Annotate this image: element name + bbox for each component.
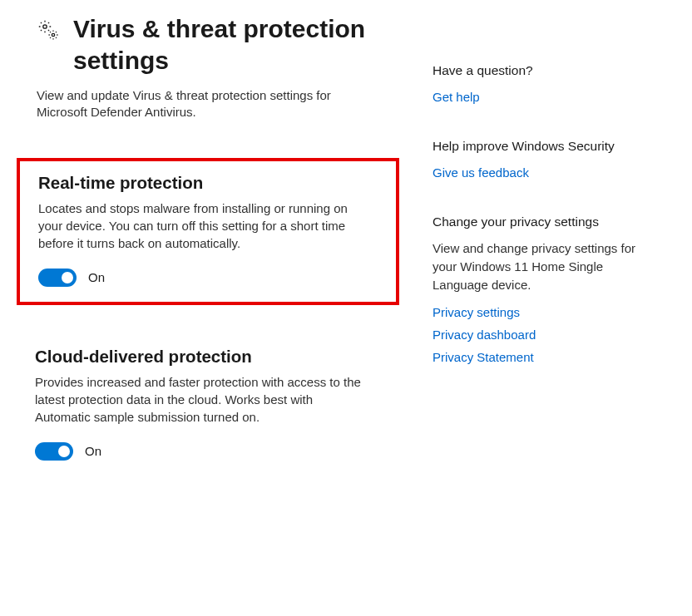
cloud-toggle[interactable] [35, 442, 73, 461]
privacy-dashboard-link[interactable]: Privacy dashboard [432, 328, 659, 342]
get-help-link[interactable]: Get help [432, 90, 659, 104]
svg-point-0 [43, 25, 47, 28]
cloud-title: Cloud-delivered protection [35, 347, 399, 367]
question-section: Have a question? Get help [432, 63, 659, 104]
gears-icon [37, 18, 60, 42]
realtime-title: Real-time protection [38, 173, 378, 193]
cloud-description: Provides increased and faster protection… [35, 373, 368, 426]
privacy-section: Change your privacy settings View and ch… [432, 214, 659, 364]
realtime-protection-section: Real-time protection Locates and stops m… [17, 158, 399, 305]
realtime-description: Locates and stops malware from installin… [38, 200, 371, 252]
improve-section: Help improve Windows Security Give us fe… [432, 139, 659, 180]
realtime-toggle[interactable] [38, 269, 77, 287]
realtime-toggle-label: On [88, 270, 105, 284]
cloud-toggle-label: On [85, 444, 101, 458]
svg-point-1 [52, 33, 54, 36]
page-title: Virus & threat protection settings [73, 13, 399, 76]
question-heading: Have a question? [432, 63, 659, 78]
page-description: View and update Virus & threat protectio… [17, 87, 333, 121]
feedback-link[interactable]: Give us feedback [432, 165, 659, 180]
improve-heading: Help improve Windows Security [432, 139, 659, 154]
privacy-settings-link[interactable]: Privacy settings [432, 305, 659, 319]
privacy-statement-link[interactable]: Privacy Statement [432, 350, 659, 364]
cloud-protection-section: Cloud-delivered protection Provides incr… [17, 347, 399, 461]
privacy-description: View and change privacy settings for you… [432, 239, 659, 293]
privacy-heading: Change your privacy settings [432, 214, 659, 229]
